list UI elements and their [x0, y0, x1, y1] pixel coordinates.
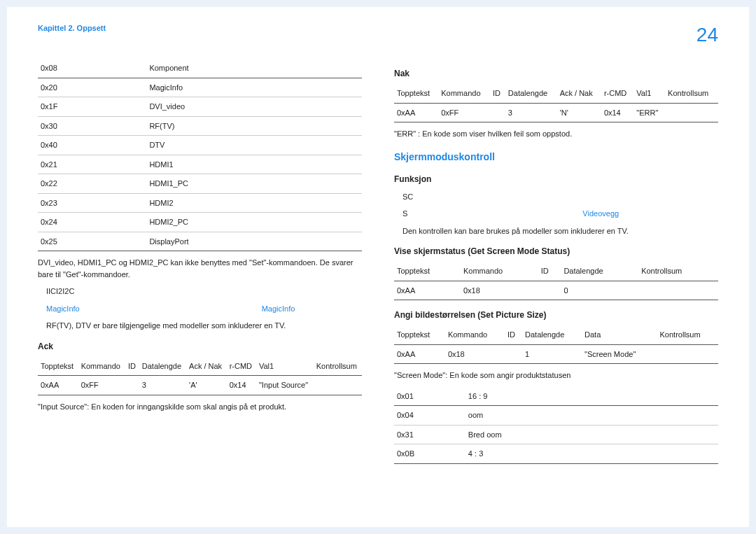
angi-heading: Angi bildestørrelsen (Set Picture Size)	[394, 309, 718, 321]
th: Kontrollsum	[638, 262, 718, 281]
code-cell: 0x40	[38, 136, 146, 155]
td	[505, 344, 522, 364]
td	[657, 344, 718, 364]
td: "ERR"	[634, 103, 665, 122]
td: 3	[139, 376, 186, 395]
td: "Screen Mode"	[582, 344, 657, 364]
left-column: 0x08Komponent 0x20MagicInfo 0x1FDVI_vide…	[38, 59, 362, 510]
td: 0x14	[227, 376, 256, 395]
code-cell: DVI_video	[146, 97, 362, 117]
td	[665, 103, 718, 122]
th: Kontrollsum	[657, 325, 718, 344]
td: 0xAA	[394, 344, 445, 364]
td: 'A'	[186, 376, 227, 395]
nak-table: TopptekstKommandoIDDatalengdeAck / Nakr-…	[394, 84, 718, 122]
code-cell: DTV	[146, 136, 362, 155]
td	[538, 281, 561, 300]
note-text: "Screen Mode": En kode som angir produkt…	[394, 370, 718, 381]
td: 'N'	[557, 103, 601, 122]
angi-table: TopptekstKommandoIDDatalengdeDataKontrol…	[394, 325, 718, 364]
code-cell: 0x1F	[38, 97, 146, 117]
td: "Input Source"	[256, 376, 314, 395]
th: Ack / Nak	[186, 357, 227, 376]
note-text: "Input Source": En koden for inngangskil…	[38, 401, 362, 413]
right-column: Nak TopptekstKommandoIDDatalengdeAck / N…	[394, 59, 718, 510]
note-text: "ERR" : En kode som viser hvilken feil s…	[394, 128, 718, 140]
th: Datalengde	[505, 84, 557, 103]
td: 0x0B	[394, 444, 465, 464]
chapter-title: Kapittel 2. Oppsett	[38, 24, 106, 32]
code-cell: 0x30	[38, 116, 146, 136]
line: SVideovegg	[394, 208, 718, 220]
th: r-CMD	[227, 357, 256, 376]
td	[638, 281, 718, 300]
nak-heading: Nak	[394, 67, 718, 80]
document-page: Kapittel 2. Oppsett 24 0x08Komponent 0x2…	[7, 7, 749, 527]
td: 0xFF	[78, 376, 125, 395]
th: Topptekst	[394, 262, 461, 281]
modes-table: 0x0116 : 9 0x04oom 0x31Bred oom 0x0B4 : …	[394, 387, 718, 464]
td	[490, 103, 505, 122]
th: Kommando	[461, 262, 538, 281]
td: 0x31	[394, 425, 465, 444]
td: 0x18	[445, 344, 505, 364]
th: Data	[582, 325, 657, 344]
code-cell: 0x24	[38, 213, 146, 232]
th: Kontrollsum	[665, 84, 718, 103]
ack-table: TopptekstKommandoIDDatalengdeAck / Nakr-…	[38, 357, 362, 395]
note-text: DVI_video, HDMI1_PC og HDMI2_PC kan ikke…	[38, 257, 362, 280]
videovegg-link[interactable]: Videovegg	[582, 209, 619, 218]
code-cell: 0x20	[38, 78, 146, 97]
bullet-item: IICI2I2C	[38, 286, 362, 297]
vise-heading: Vise skjermstatus (Get Screen Mode Statu…	[394, 245, 718, 258]
code-cell: 0x25	[38, 232, 146, 251]
th: Datalengde	[522, 325, 582, 344]
code-cell: HDMI2	[146, 193, 362, 213]
th: Kontrollsum	[314, 357, 362, 376]
magicinfo-link[interactable]: MagicInfo	[262, 304, 295, 313]
th: Datalengde	[561, 262, 638, 281]
label: S	[402, 209, 407, 218]
td: 0x01	[394, 387, 465, 406]
funksjon-heading: Funksjon	[394, 173, 718, 185]
td: 0xAA	[394, 103, 438, 122]
td: 1	[522, 344, 582, 364]
th: ID	[538, 262, 561, 281]
td: 0	[561, 281, 638, 300]
code-cell: RF(TV)	[146, 116, 362, 136]
codes-table: 0x08Komponent 0x20MagicInfo 0x1FDVI_vide…	[38, 59, 362, 251]
th: ID	[505, 325, 522, 344]
th: Val1	[634, 84, 665, 103]
td	[314, 376, 362, 395]
ack-heading: Ack	[38, 340, 362, 353]
bullet-item: RF(TV), DTV er bare tilgjengelige med mo…	[38, 320, 362, 332]
page-number: 24	[696, 24, 718, 46]
section-heading: Skjermmoduskontroll	[394, 150, 718, 164]
th: Kommando	[445, 325, 505, 344]
td: 0x14	[601, 103, 634, 122]
td	[125, 376, 139, 395]
code-cell: DisplayPort	[146, 232, 362, 251]
code-cell: Komponent	[146, 59, 362, 78]
bullet-item: MagicInfoMagicInfo	[38, 303, 362, 315]
td: 4 : 3	[465, 444, 718, 464]
th: ID	[125, 357, 139, 376]
note-text: Den kontrollen kan bare brukes på modell…	[394, 225, 718, 237]
content-columns: 0x08Komponent 0x20MagicInfo 0x1FDVI_vide…	[38, 59, 718, 510]
th: ID	[490, 84, 505, 103]
th: Kommando	[78, 357, 125, 376]
td: 0x04	[394, 406, 465, 426]
magicinfo-link[interactable]: MagicInfo	[46, 304, 80, 313]
td: Bred oom	[465, 425, 718, 444]
code-cell: HDMI1	[146, 155, 362, 174]
th: Datalengde	[139, 357, 186, 376]
code-cell: 0x08	[38, 59, 146, 78]
code-cell: MagicInfo	[146, 78, 362, 97]
code-cell: HDMI1_PC	[146, 174, 362, 194]
th: Val1	[256, 357, 314, 376]
td: oom	[465, 406, 718, 426]
th: r-CMD	[601, 84, 634, 103]
td: 16 : 9	[465, 387, 718, 406]
page-header: Kapittel 2. Oppsett 24	[38, 24, 718, 46]
vise-table: TopptekstKommandoIDDatalengdeKontrollsum…	[394, 262, 718, 300]
